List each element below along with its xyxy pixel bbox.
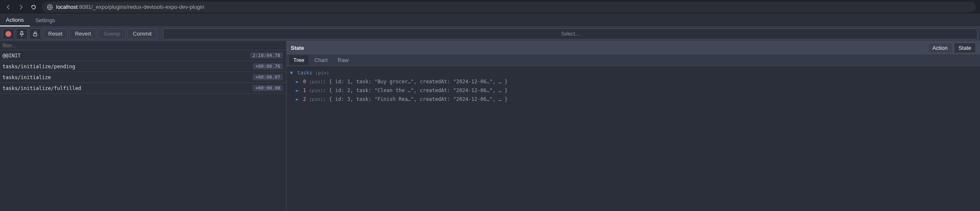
- action-view-button[interactable]: Action: [928, 43, 952, 53]
- pin-icon: [19, 31, 25, 37]
- action-time: +00:00.07: [253, 74, 283, 80]
- url-text: localhost:8081/_expo/plugins/redux-devto…: [56, 4, 204, 10]
- pin-button[interactable]: [16, 28, 28, 39]
- subtab-tree[interactable]: Tree: [289, 55, 308, 65]
- forward-button[interactable]: [17, 3, 25, 11]
- reset-button[interactable]: Reset: [43, 28, 68, 39]
- globe-icon: [47, 4, 53, 10]
- action-row[interactable]: tasks/initialize+00:00.07: [0, 72, 286, 83]
- subtab-chart[interactable]: Chart: [310, 55, 332, 65]
- record-button[interactable]: [3, 28, 14, 39]
- tree-item[interactable]: ► 0 (pin): { id: 1, task: "Buy grocer…",…: [290, 77, 977, 86]
- tree-root[interactable]: ▼ tasks (pin): [290, 69, 977, 77]
- state-subtabs: Tree Chart Raw: [287, 54, 980, 66]
- url-bar[interactable]: localhost:8081/_expo/plugins/redux-devto…: [42, 2, 976, 13]
- action-label: @@INIT: [3, 53, 21, 59]
- subtab-raw[interactable]: Raw: [334, 55, 353, 65]
- lock-button[interactable]: [29, 28, 41, 39]
- action-row[interactable]: tasks/initialize/fulfilled+00:00.08: [0, 83, 286, 94]
- lock-icon: [32, 31, 38, 37]
- toolbar: Reset Revert Sweep Commit Select...: [0, 27, 980, 41]
- action-row[interactable]: @@INIT2:18:04.78: [0, 50, 286, 61]
- action-label: tasks/initialize/fulfilled: [3, 85, 81, 91]
- commit-button[interactable]: Commit: [127, 28, 157, 39]
- browser-bar: localhost:8081/_expo/plugins/redux-devto…: [0, 0, 980, 14]
- state-title: State: [291, 45, 304, 51]
- sweep-button[interactable]: Sweep: [98, 28, 126, 39]
- action-label: tasks/initialize: [3, 75, 51, 80]
- action-row[interactable]: tasks/initialize/pending+00:00.76: [0, 61, 286, 72]
- tree-item[interactable]: ► 2 (pin): { id: 3, task: "Finish Rea…",…: [290, 95, 977, 104]
- tab-settings[interactable]: Settings: [30, 14, 61, 26]
- action-time: +00:00.76: [253, 63, 283, 69]
- back-button[interactable]: [4, 3, 13, 11]
- state-view-button[interactable]: State: [954, 43, 976, 53]
- tree-item[interactable]: ► 1 (pin): { id: 2, task: "Clean the …",…: [290, 86, 977, 95]
- state-pane: State Action State Tree Chart Raw ▼ task…: [287, 41, 980, 211]
- reload-button[interactable]: [29, 3, 38, 11]
- action-label: tasks/initialize/pending: [3, 64, 75, 69]
- action-pane: @@INIT2:18:04.78tasks/initialize/pending…: [0, 41, 287, 211]
- revert-button[interactable]: Revert: [70, 28, 96, 39]
- svg-rect-1: [34, 33, 37, 36]
- top-tabs: Actions Settings: [0, 14, 980, 27]
- state-tree[interactable]: ▼ tasks (pin)► 0 (pin): { id: 1, task: "…: [287, 66, 980, 211]
- tab-actions[interactable]: Actions: [0, 14, 30, 26]
- select-placeholder: Select...: [561, 31, 579, 37]
- record-icon: [5, 31, 11, 37]
- action-time: 2:18:04.78: [250, 52, 283, 59]
- state-header: State Action State: [287, 41, 980, 54]
- select-dropdown[interactable]: Select...: [163, 28, 977, 39]
- action-time: +00:00.08: [253, 85, 283, 91]
- filter-input[interactable]: [0, 41, 286, 50]
- action-list: @@INIT2:18:04.78tasks/initialize/pending…: [0, 50, 286, 211]
